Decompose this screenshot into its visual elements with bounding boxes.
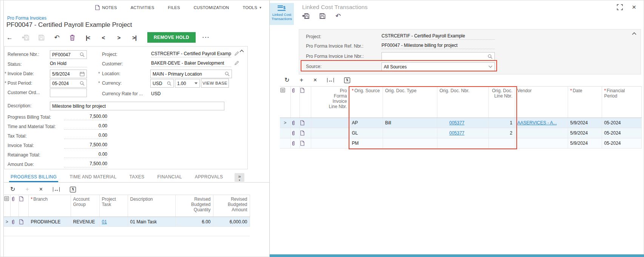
side-tab-linked-cost-transactions[interactable]: $ Linked Cost Transactions: [270, 3, 294, 25]
table-row[interactable]: GL 005377 2 5/9/2024 05-2024: [280, 128, 641, 138]
column-header-orig-doc-nbr[interactable]: Orig. Doc. Nbr.: [437, 87, 488, 118]
save-button[interactable]: [38, 34, 45, 41]
project-task-link[interactable]: 01: [102, 219, 107, 224]
column-header-pro-forma-invoice-line-nbr[interactable]: Pro Forma Invoice Line Nbr.: [311, 87, 349, 118]
cell-orig-doc-type[interactable]: [383, 138, 437, 149]
fit-width-icon[interactable]: ↔: [327, 78, 334, 82]
cell-orig-doc-type[interactable]: [383, 128, 437, 138]
vendor-link[interactable]: AASERVICES - A...: [517, 120, 557, 125]
cell-orig-doc-type[interactable]: Bill: [383, 118, 437, 128]
search-icon[interactable]: [225, 71, 230, 76]
calendar-icon[interactable]: [80, 71, 85, 76]
tab-time-and-material[interactable]: TIME AND MATERIAL: [69, 171, 116, 182]
collapse-chevron-icon[interactable]: [632, 32, 636, 35]
search-icon[interactable]: [80, 52, 85, 57]
currency-rate-select[interactable]: 1.00: [175, 79, 200, 88]
delete-row-icon[interactable]: ×: [39, 186, 43, 192]
tab-approvals[interactable]: APPROVALS: [195, 171, 223, 182]
source-select[interactable]: All Sources: [381, 62, 495, 71]
fit-width-icon[interactable]: ↔: [53, 187, 60, 192]
location-input[interactable]: MAIN - Primary Location: [150, 70, 232, 78]
column-header-revised-budgeted-quantity[interactable]: Revised Budgeted Quantity: [175, 195, 213, 217]
column-header-branch[interactable]: *Branch: [28, 195, 71, 217]
add-row-icon[interactable]: +: [25, 186, 29, 192]
row-expander-icon[interactable]: >: [4, 217, 10, 227]
cell-vendor[interactable]: [515, 128, 568, 138]
refresh-icon[interactable]: ↻: [284, 77, 289, 83]
cell-date[interactable]: 5/9/2024: [568, 128, 602, 138]
document-icon[interactable]: [300, 118, 311, 128]
go-previous-button[interactable]: <: [100, 35, 107, 40]
cell-date[interactable]: 5/9/2024: [568, 118, 602, 128]
search-icon[interactable]: [167, 81, 171, 86]
column-header-account-group[interactable]: Account Group: [71, 195, 99, 217]
breadcrumb[interactable]: Pro Forma Invoices: [7, 15, 46, 21]
grid-settings-icon[interactable]: [280, 87, 290, 118]
column-header-vendor[interactable]: Vendor: [515, 87, 568, 118]
delete-button[interactable]: [69, 34, 76, 41]
cell-orig-doc-line-nbr[interactable]: [488, 138, 515, 149]
go-first-button[interactable]: |<: [85, 35, 91, 40]
export-excel-icon[interactable]: X: [70, 187, 76, 192]
cell-line-nbr[interactable]: [311, 138, 349, 149]
view-base-button[interactable]: VIEW BASE: [201, 79, 229, 88]
add-row-icon[interactable]: +: [300, 77, 303, 83]
delete-row-icon[interactable]: ×: [314, 77, 317, 83]
tab-progress-billing[interactable]: PROGRESS BILLING: [11, 171, 57, 182]
column-header-orig-doc-type[interactable]: Orig. Doc. Type: [383, 87, 437, 118]
menu-tools[interactable]: TOOLS ▾: [243, 5, 261, 10]
cell-revised-budgeted-amount[interactable]: 6,000.00: [213, 217, 250, 227]
go-next-button[interactable]: >: [116, 35, 122, 40]
grid-settings-icon[interactable]: [4, 195, 10, 217]
paperclip-icon[interactable]: [290, 138, 300, 149]
orig-doc-nbr-link[interactable]: 005377: [449, 120, 465, 125]
paperclip-icon[interactable]: [290, 128, 300, 138]
cell-financial-period[interactable]: 05-2024: [602, 128, 641, 138]
table-row[interactable]: > PRODWHOLE REVENUE 01 01 Main Task 6.00…: [4, 217, 250, 227]
cell-branch[interactable]: PRODWHOLE: [28, 217, 71, 227]
edit-pencil-icon[interactable]: [234, 60, 239, 65]
column-header-financial-period[interactable]: *Financial Period: [602, 87, 641, 118]
save-and-close-button[interactable]: [22, 34, 29, 41]
undo-button[interactable]: ↶: [335, 13, 341, 19]
collapse-chevron-icon[interactable]: [239, 50, 244, 53]
close-icon[interactable]: ×: [632, 3, 636, 11]
go-last-button[interactable]: >|: [131, 35, 137, 40]
cell-orig-source[interactable]: AP: [349, 118, 383, 128]
cell-revised-budgeted-quantity[interactable]: 6.00: [175, 217, 213, 227]
paperclip-icon[interactable]: [290, 118, 300, 128]
tab-overflow-button[interactable]: »▾: [235, 173, 244, 182]
panel-line-nbr-input[interactable]: [381, 52, 495, 61]
customer-order-input[interactable]: [50, 88, 87, 97]
cell-vendor[interactable]: [515, 138, 568, 149]
cell-orig-source[interactable]: GL: [349, 128, 383, 138]
cell-orig-source[interactable]: PM: [349, 138, 383, 149]
cell-line-nbr[interactable]: [311, 128, 349, 138]
column-header-revised-budgeted-amount[interactable]: Revised Budgeted Amount: [213, 195, 250, 217]
cell-orig-doc-nbr[interactable]: [437, 138, 488, 149]
refresh-icon[interactable]: ↻: [10, 186, 15, 192]
cell-date[interactable]: 5/9/2024: [568, 138, 602, 149]
reference-nbr-input[interactable]: PF00047: [50, 50, 87, 59]
column-header-orig-source[interactable]: *Orig. Source: [349, 87, 383, 118]
invoice-date-input[interactable]: 5/9/2024: [50, 70, 87, 78]
document-icon[interactable]: [300, 128, 311, 138]
description-input[interactable]: Milestone billing for project: [50, 102, 224, 110]
column-header-description[interactable]: Description: [128, 195, 175, 217]
column-header-orig-doc-line-nbr[interactable]: Orig. Doc. Line Nbr.: [488, 87, 515, 118]
menu-activities[interactable]: ACTIVITIES: [131, 5, 154, 10]
more-actions-button[interactable]: ···: [202, 35, 210, 40]
search-icon[interactable]: [488, 54, 493, 59]
panel-bottom-scrollbar[interactable]: [270, 254, 644, 257]
row-expander-icon[interactable]: >: [280, 118, 290, 128]
tab-financial[interactable]: FINANCIAL: [157, 171, 182, 182]
column-header-project-task[interactable]: Project Task: [99, 195, 128, 217]
menu-notes[interactable]: NOTES: [95, 5, 117, 10]
column-header-date[interactable]: *Date: [568, 87, 602, 118]
post-period-input[interactable]: 05-2024: [50, 79, 87, 88]
save-button[interactable]: [319, 13, 326, 19]
cell-financial-period[interactable]: 05-2024: [602, 138, 641, 149]
paperclip-icon[interactable]: [10, 217, 19, 227]
cell-description[interactable]: 01 Main Task: [128, 217, 175, 227]
currency-input[interactable]: USD: [150, 79, 174, 88]
